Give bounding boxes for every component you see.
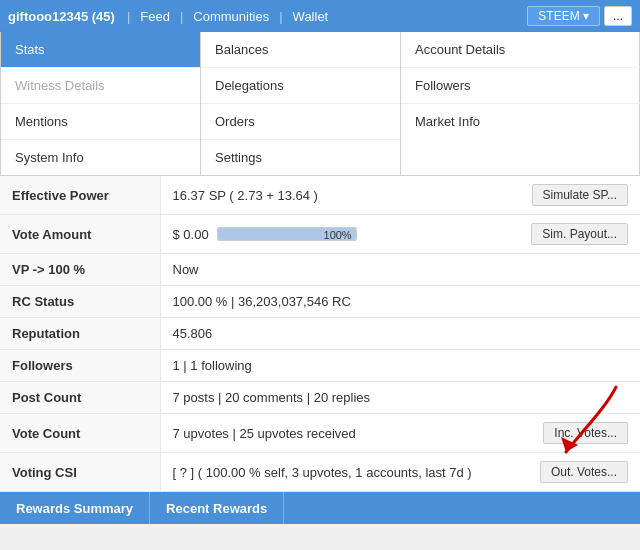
menu-item-delegations[interactable]: Delegations	[201, 68, 400, 104]
row-value-cell: Now	[160, 254, 640, 286]
stats-table: Effective Power 16.37 SP ( 2.73 + 13.64 …	[0, 176, 640, 492]
row-label: Voting CSI	[0, 453, 160, 492]
sim-payout-button[interactable]: Sim. Payout...	[531, 223, 628, 245]
row-label: VP -> 100 %	[0, 254, 160, 286]
row-value-cell: 16.37 SP ( 2.73 + 13.64 ) Simulate SP...	[160, 176, 640, 215]
wallet-link[interactable]: Wallet	[293, 9, 329, 24]
table-row: VP -> 100 % Now	[0, 254, 640, 286]
row-label: Vote Amount	[0, 215, 160, 254]
menu-item-witness-details: Witness Details	[1, 68, 200, 104]
row-value-cell: 45.806	[160, 318, 640, 350]
voting-csi-value: [ ? ] ( 100.00 % self, 3 upvotes, 1 acco…	[173, 465, 472, 480]
row-label: Reputation	[0, 318, 160, 350]
table-row: Post Count 7 posts | 20 comments | 20 re…	[0, 382, 640, 414]
row-value-cell: 7 posts | 20 comments | 20 replies	[160, 382, 640, 414]
menu-item-stats[interactable]: Stats	[1, 32, 200, 68]
row-label: Post Count	[0, 382, 160, 414]
row-label: RC Status	[0, 286, 160, 318]
dropdown-menu: Stats Witness Details Mentions System In…	[0, 32, 640, 176]
vote-amount-value: $ 0.00	[173, 227, 209, 242]
rc-status-value: 100.00 % | 36,203,037,546 RC	[173, 294, 351, 309]
more-button[interactable]: ...	[604, 6, 632, 26]
table-row: Reputation 45.806	[0, 318, 640, 350]
menu-item-market-info[interactable]: Market Info	[401, 104, 640, 139]
menu-item-account-details[interactable]: Account Details	[401, 32, 640, 68]
row-label: Vote Count	[0, 414, 160, 453]
row-value-cell: 1 | 1 following	[160, 350, 640, 382]
post-count-value: 7 posts | 20 comments | 20 replies	[173, 390, 371, 405]
followers-value: 1 | 1 following	[173, 358, 252, 373]
bottom-bar: Rewards Summary Recent Rewards	[0, 492, 640, 524]
menu-item-followers[interactable]: Followers	[401, 68, 640, 104]
top-nav: giftooo12345 (45) | Feed | Communities |…	[0, 0, 640, 32]
sep2: |	[180, 9, 183, 24]
sep1: |	[127, 9, 130, 24]
table-row: Effective Power 16.37 SP ( 2.73 + 13.64 …	[0, 176, 640, 215]
menu-item-mentions[interactable]: Mentions	[1, 104, 200, 140]
menu-col-3: Account Details Followers Market Info	[401, 32, 640, 175]
vote-bar-container: $ 0.00 100%	[173, 227, 357, 242]
simulate-sp-button[interactable]: Simulate SP...	[532, 184, 628, 206]
row-label: Followers	[0, 350, 160, 382]
table-row: Followers 1 | 1 following	[0, 350, 640, 382]
vote-bar-label: 100%	[324, 228, 352, 241]
row-label: Effective Power	[0, 176, 160, 215]
table-row: Vote Amount $ 0.00 100% Sim. Payout...	[0, 215, 640, 254]
table-row: Vote Count 7 upvotes | 25 upvotes receiv…	[0, 414, 640, 453]
inc-votes-button[interactable]: Inc. Votes...	[543, 422, 628, 444]
vote-count-value: 7 upvotes | 25 upvotes received	[173, 426, 356, 441]
row-value-cell: [ ? ] ( 100.00 % self, 3 upvotes, 1 acco…	[160, 453, 640, 492]
table-row: Voting CSI [ ? ] ( 100.00 % self, 3 upvo…	[0, 453, 640, 492]
rewards-summary-tab[interactable]: Rewards Summary	[0, 492, 150, 524]
vote-bar: 100%	[217, 227, 357, 241]
menu-item-orders[interactable]: Orders	[201, 104, 400, 140]
steem-button[interactable]: STEEM ▾	[527, 6, 600, 26]
username-label[interactable]: giftooo12345 (45)	[8, 9, 115, 24]
feed-link[interactable]: Feed	[140, 9, 170, 24]
sep3: |	[279, 9, 282, 24]
menu-col-2: Balances Delegations Orders Settings	[201, 32, 401, 175]
reputation-value: 45.806	[173, 326, 213, 341]
menu-item-settings[interactable]: Settings	[201, 140, 400, 175]
communities-link[interactable]: Communities	[193, 9, 269, 24]
menu-item-balances[interactable]: Balances	[201, 32, 400, 68]
row-value-cell: $ 0.00 100% Sim. Payout...	[160, 215, 640, 254]
row-value-cell: 7 upvotes | 25 upvotes received Inc. Vot…	[160, 414, 640, 453]
effective-power-value: 16.37 SP ( 2.73 + 13.64 )	[173, 188, 318, 203]
out-votes-button[interactable]: Out. Votes...	[540, 461, 628, 483]
recent-rewards-tab[interactable]: Recent Rewards	[150, 492, 284, 524]
main-content: Effective Power 16.37 SP ( 2.73 + 13.64 …	[0, 176, 640, 492]
menu-col-1: Stats Witness Details Mentions System In…	[1, 32, 201, 175]
vp-value: Now	[173, 262, 199, 277]
table-row: RC Status 100.00 % | 36,203,037,546 RC	[0, 286, 640, 318]
menu-item-system-info[interactable]: System Info	[1, 140, 200, 175]
row-value-cell: 100.00 % | 36,203,037,546 RC	[160, 286, 640, 318]
